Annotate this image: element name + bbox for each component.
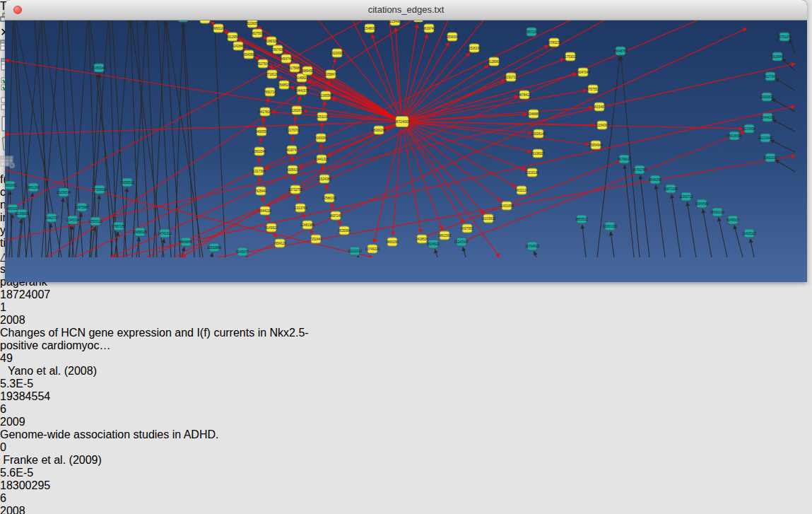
network-edge[interactable]: [611, 232, 614, 257]
network-edge[interactable]: [76, 0, 613, 257]
network-edge[interactable]: [298, 96, 300, 105]
network-edge[interactable]: [770, 140, 795, 152]
network-node-label: 12116186: [525, 171, 539, 175]
network-edge[interactable]: [262, 117, 264, 126]
network-edge[interactable]: [100, 74, 112, 257]
network-node-label: 7654129: [273, 242, 286, 245]
network-edge[interactable]: [772, 119, 795, 132]
network-edge[interactable]: [130, 18, 139, 257]
network-node-label: 9524502: [427, 243, 440, 246]
network-edge[interactable]: [393, 129, 401, 235]
network-edge[interactable]: [297, 195, 299, 203]
network-node-label: 2231712: [505, 76, 517, 79]
network-edge[interactable]: [358, 256, 358, 257]
network-edge[interactable]: [408, 45, 548, 118]
network-node-label: 16047044: [576, 71, 591, 74]
network-edge[interactable]: [463, 247, 466, 257]
network-window: citations_edges.txt 18724007961974010590…: [5, 0, 807, 282]
table-cell-short: Yano et al. (2008): [0, 365, 105, 378]
network-edge[interactable]: [582, 225, 586, 257]
network-edge[interactable]: [14, 13, 32, 257]
network-edge[interactable]: [5, 0, 401, 212]
network-node-label: 11526196: [467, 47, 481, 50]
network-edge[interactable]: [789, 39, 795, 53]
network-edge[interactable]: [408, 125, 517, 187]
network-edge[interactable]: [111, 18, 129, 257]
network-canvas[interactable]: 1872400796197401059009011526196812896122…: [5, 0, 807, 260]
network-node-label: 9546290: [649, 178, 661, 182]
network-node-label: 8454749: [280, 57, 293, 61]
network-node-label: 11524380: [317, 177, 331, 181]
network-node-label: 17359924: [93, 188, 107, 192]
table-row[interactable]: 1872400712008Changes of HCN gene express…: [0, 288, 812, 390]
network-edge[interactable]: [259, 177, 260, 185]
network-edge[interactable]: [274, 233, 277, 238]
network-edge[interactable]: [751, 239, 754, 257]
table-row[interactable]: 1830029562008Estimation of significance …: [0, 479, 812, 514]
network-edge[interactable]: [42, 14, 46, 257]
network-node-label: 15692931: [763, 156, 778, 160]
network-edge[interactable]: [12, 0, 26, 257]
network-edge[interactable]: [175, 23, 183, 257]
network-edge[interactable]: [775, 160, 795, 172]
network-edge[interactable]: [26, 193, 33, 257]
network-node-label: 8944228: [259, 209, 271, 213]
table-cell-title: Genome-wide association studies in ADHD.: [0, 428, 339, 441]
network-edge[interactable]: [310, 230, 313, 234]
network-node-label: 11753012: [563, 55, 577, 59]
network-edge[interactable]: [409, 74, 577, 119]
network-edge[interactable]: [322, 122, 322, 132]
network-edge[interactable]: [671, 194, 681, 257]
network-edge[interactable]: [719, 218, 727, 257]
network-edge[interactable]: [213, 0, 225, 257]
network-edge[interactable]: [409, 122, 743, 129]
network-edge[interactable]: [406, 42, 449, 116]
table-cell-name: 18724007: [0, 288, 54, 301]
network-edge[interactable]: [775, 78, 795, 90]
network-node-label: 11058474: [324, 73, 338, 76]
network-node-label: 7625442: [254, 189, 267, 193]
network-edge[interactable]: [326, 185, 328, 193]
network-node-label: 9827503: [251, 32, 264, 35]
network-edge[interactable]: [404, 24, 418, 115]
network-edge[interactable]: [372, 34, 400, 115]
network-edge[interactable]: [702, 209, 712, 257]
network-edge[interactable]: [266, 98, 269, 106]
network-node-label: 7252443: [310, 238, 322, 241]
network-edge[interactable]: [435, 250, 437, 257]
network-edge[interactable]: [262, 197, 264, 205]
network-node-label: 12505113: [88, 220, 102, 223]
network-node-label: 9245077: [236, 250, 249, 254]
network-edge[interactable]: [734, 226, 743, 257]
table-cell-name: 19384554: [0, 390, 54, 403]
network-edge[interactable]: [165, 21, 180, 257]
network-edge[interactable]: [408, 59, 564, 119]
network-edge[interactable]: [426, 160, 621, 236]
network-edge[interactable]: [339, 221, 341, 226]
network-edge[interactable]: [772, 99, 795, 112]
network-edge[interactable]: [293, 136, 293, 144]
network-edge[interactable]: [211, 253, 213, 257]
table-row[interactable]: 1938455462009Genome-wide association stu…: [0, 390, 812, 479]
table-cell-out_degree: 0: [0, 441, 47, 454]
network-edge[interactable]: [687, 202, 696, 257]
network-node-label: 11317364: [252, 170, 266, 173]
network-edge[interactable]: [396, 28, 402, 115]
network-node-label: 9329966: [771, 55, 784, 59]
network-edge[interactable]: [332, 59, 335, 69]
network-edge[interactable]: [640, 175, 649, 257]
network-edge[interactable]: [408, 126, 502, 201]
network-edge[interactable]: [407, 127, 484, 214]
network-edge[interactable]: [260, 137, 261, 146]
table-cell-out_degree: 49: [0, 352, 47, 365]
network-edge[interactable]: [293, 175, 295, 184]
table-cell-in_degree: 1: [0, 301, 63, 314]
network-edge[interactable]: [267, 216, 269, 222]
network-node-label: 11063722: [679, 195, 693, 199]
network-edge[interactable]: [534, 251, 536, 257]
network-node-label: 10871296: [664, 187, 678, 191]
network-window-titlebar[interactable]: citations_edges.txt: [5, 0, 807, 21]
network-edge[interactable]: [294, 116, 295, 124]
network-edge[interactable]: [409, 96, 518, 120]
network-edge[interactable]: [656, 185, 665, 257]
